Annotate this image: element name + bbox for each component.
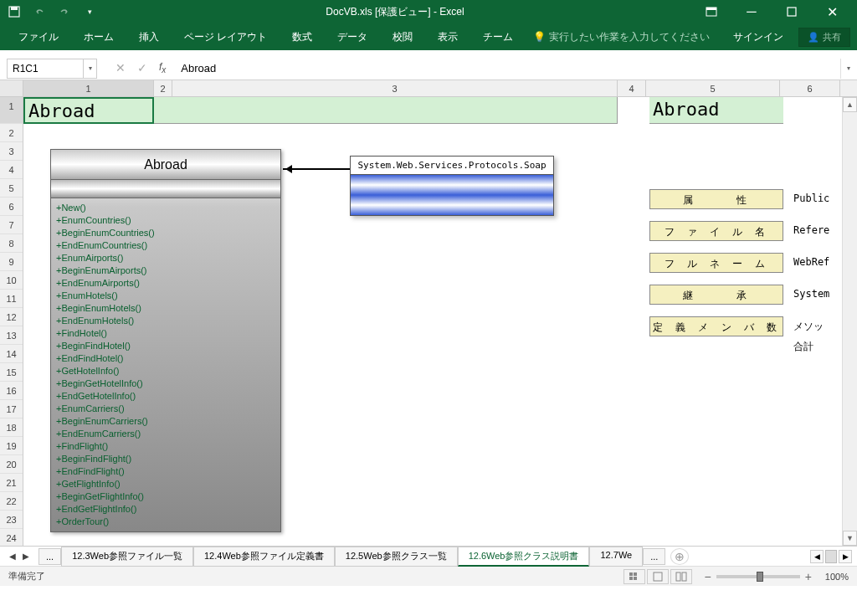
redo-icon[interactable] — [57, 4, 72, 19]
formula-input[interactable] — [176, 59, 840, 79]
new-sheet-button[interactable]: ⊕ — [670, 548, 689, 565]
tab-insert[interactable]: 挿入 — [127, 25, 171, 49]
class-member: +EnumAirports() — [56, 252, 275, 264]
tell-me-search[interactable]: 💡 実行したい作業を入力してください — [533, 30, 710, 44]
sheet-nav-prev-icon[interactable]: ◀ — [7, 550, 18, 563]
row-header-21[interactable]: 21 — [0, 474, 23, 492]
row-header-8[interactable]: 8 — [0, 234, 23, 253]
row-header-24[interactable]: 24 — [0, 529, 23, 546]
name-box-dropdown-icon[interactable]: ▾ — [84, 59, 97, 79]
col-header-4[interactable]: 4 — [618, 80, 646, 96]
close-button[interactable]: ✕ — [813, 1, 850, 23]
tab-formulas[interactable]: 数式 — [280, 25, 324, 49]
name-box[interactable]: R1C1 — [7, 59, 84, 79]
row-header-18[interactable]: 18 — [0, 418, 23, 437]
col-header-2[interactable]: 2 — [154, 80, 172, 96]
row-header-1[interactable]: 1 — [0, 97, 23, 124]
col-header-3[interactable]: 3 — [172, 80, 618, 96]
select-all-button[interactable] — [0, 80, 23, 96]
tab-file[interactable]: ファイル — [7, 25, 70, 49]
row-header-13[interactable]: 13 — [0, 326, 23, 345]
sheet-nav-next-icon[interactable]: ▶ — [20, 550, 32, 563]
row-header-17[interactable]: 17 — [0, 400, 23, 418]
status-bar: 準備完了 − + 100% — [0, 566, 857, 586]
row-header-22[interactable]: 22 — [0, 492, 23, 511]
row-header-12[interactable]: 12 — [0, 308, 23, 326]
formula-bar-expand-icon[interactable]: ▾ — [840, 59, 855, 79]
col-header-5[interactable]: 5 — [646, 80, 780, 96]
row-header-14[interactable]: 14 — [0, 345, 23, 363]
row-header-7[interactable]: 7 — [0, 216, 23, 234]
tab-review[interactable]: 校閲 — [381, 25, 424, 49]
undo-icon[interactable] — [32, 4, 47, 19]
class-member: +OrderTour() — [56, 516, 275, 528]
row-header-2[interactable]: 2 — [0, 124, 23, 142]
row-header-3[interactable]: 3 — [0, 142, 23, 161]
row-header-23[interactable]: 23 — [0, 511, 23, 529]
cancel-icon[interactable]: ✕ — [115, 61, 126, 74]
enter-icon[interactable]: ✓ — [137, 61, 147, 74]
total-label: 合計 — [793, 340, 813, 354]
row-header-15[interactable]: 15 — [0, 363, 23, 382]
horizontal-scrollbar[interactable]: ◀ ▶ — [810, 550, 852, 563]
sheet-tab-2[interactable]: 12.5Web参照クラス一覧 — [335, 547, 458, 567]
hscroll-right-icon[interactable]: ▶ — [839, 550, 852, 563]
hscroll-left-icon[interactable]: ◀ — [810, 550, 824, 563]
col-header-1[interactable]: 1 — [23, 80, 154, 96]
cell-r1c5[interactable]: Abroad — [649, 97, 783, 124]
ribbon-display-icon[interactable] — [693, 1, 730, 23]
tab-page-layout[interactable]: ページ レイアウト — [172, 25, 279, 49]
svg-rect-8 — [634, 577, 637, 580]
fx-icon[interactable]: fx — [159, 61, 166, 74]
tab-team[interactable]: チーム — [471, 25, 525, 49]
normal-view-icon[interactable] — [624, 569, 645, 584]
row-header-10[interactable]: 10 — [0, 271, 23, 290]
tab-home[interactable]: ホーム — [72, 25, 126, 49]
row-header-5[interactable]: 5 — [0, 179, 23, 198]
sheet-nav-arrows: ◀ ▶ — [7, 550, 32, 563]
row-header-9[interactable]: 9 — [0, 253, 23, 271]
sheet-tab-more-left[interactable]: ... — [38, 548, 61, 565]
zoom-in-button[interactable]: + — [805, 570, 812, 583]
sheet-tab-0[interactable]: 12.3Web参照ファイル一覧 — [61, 547, 193, 567]
row-header-19[interactable]: 19 — [0, 437, 23, 455]
maximize-button[interactable] — [773, 1, 810, 23]
class-member: +New() — [56, 202, 275, 214]
col-header-6[interactable]: 6 — [780, 80, 840, 96]
window-controls: ─ ✕ — [693, 1, 850, 23]
page-break-view-icon[interactable] — [670, 569, 692, 584]
share-button[interactable]: 👤 共有 — [798, 28, 850, 47]
signin-link[interactable]: サインイン — [726, 27, 790, 48]
page-layout-view-icon[interactable] — [647, 569, 669, 584]
zoom-level[interactable]: 100% — [825, 572, 849, 582]
scroll-down-icon[interactable]: ▼ — [843, 531, 857, 546]
zoom-out-button[interactable]: − — [704, 570, 711, 583]
property-value-1: Refere — [793, 224, 829, 236]
cell-r1c1[interactable]: Abroad — [23, 97, 154, 124]
tab-view[interactable]: 表示 — [426, 25, 470, 49]
zoom-slider[interactable] — [716, 575, 800, 578]
save-icon[interactable] — [7, 4, 22, 19]
row-header-16[interactable]: 16 — [0, 382, 23, 400]
row-header-11[interactable]: 11 — [0, 290, 23, 308]
hscroll-thumb[interactable] — [825, 550, 837, 563]
scroll-up-icon[interactable]: ▲ — [843, 97, 857, 112]
svg-rect-10 — [676, 572, 680, 581]
svg-rect-7 — [629, 577, 633, 580]
cells-area[interactable]: Abroad Abroad Abroad +New()+EnumCountrie… — [23, 97, 857, 546]
sheet-tab-more-right[interactable]: ... — [643, 548, 665, 565]
row-header-6[interactable]: 6 — [0, 198, 23, 216]
sheet-tab-1[interactable]: 12.4Web参照ファイル定義書 — [193, 547, 335, 567]
minimize-button[interactable]: ─ — [733, 1, 770, 23]
zoom-thumb[interactable] — [757, 572, 763, 582]
sheet-tab-4[interactable]: 12.7We — [589, 547, 643, 567]
class-separator — [51, 180, 280, 198]
row-header-4[interactable]: 4 — [0, 161, 23, 179]
cell-r1c2-3[interactable] — [154, 97, 618, 124]
sheet-tab-3[interactable]: 12.6Web参照クラス説明書 — [458, 547, 590, 567]
qat-customize-icon[interactable]: ▾ — [82, 4, 97, 19]
svg-rect-4 — [788, 8, 796, 16]
vertical-scrollbar[interactable]: ▲ ▼ — [842, 97, 857, 546]
row-header-20[interactable]: 20 — [0, 455, 23, 474]
tab-data[interactable]: データ — [326, 25, 379, 49]
